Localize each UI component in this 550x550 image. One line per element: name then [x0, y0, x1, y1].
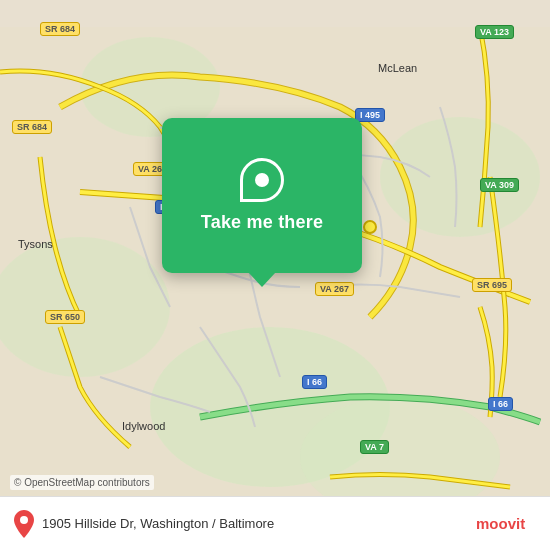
- bottom-bar: 1905 Hillside Dr, Washington / Baltimore…: [0, 496, 550, 550]
- road-label-va123: VA 123: [475, 25, 514, 39]
- copyright-text: © OpenStreetMap contributors: [10, 475, 154, 490]
- road-label-va7: VA 7: [360, 440, 389, 454]
- road-label-sr650: SR 650: [45, 310, 85, 324]
- place-label-tysons: Tysons: [18, 238, 53, 250]
- svg-text:moovit: moovit: [476, 514, 525, 531]
- place-label-mclean: McLean: [378, 62, 417, 74]
- location-pin-icon: [240, 158, 284, 202]
- road-label-sr684-mid: SR 684: [12, 120, 52, 134]
- road-label-va267-right: VA 267: [315, 282, 354, 296]
- svg-point-8: [20, 516, 28, 524]
- road-label-sr684-top: SR 684: [40, 22, 80, 36]
- pin-wrapper: [231, 149, 293, 211]
- map-container: SR 684 SR 684 VA 267 I 495 VA 267 SR 650…: [0, 0, 550, 550]
- moovit-logo: moovit: [476, 510, 536, 538]
- road-label-sr695: SR 695: [472, 278, 512, 292]
- road-label-i495-right: I 495: [355, 108, 385, 122]
- place-label-idylwood: Idylwood: [122, 420, 165, 432]
- road-label-i66-right: I 66: [488, 397, 513, 411]
- svg-point-7: [364, 221, 376, 233]
- moovit-pin-icon: [14, 510, 34, 538]
- road-label-va309: VA 309: [480, 178, 519, 192]
- road-label-i66-mid: I 66: [302, 375, 327, 389]
- take-me-there-button[interactable]: Take me there: [201, 212, 323, 233]
- address-text: 1905 Hillside Dr, Washington / Baltimore: [42, 516, 274, 531]
- popup-card: Take me there: [162, 118, 362, 273]
